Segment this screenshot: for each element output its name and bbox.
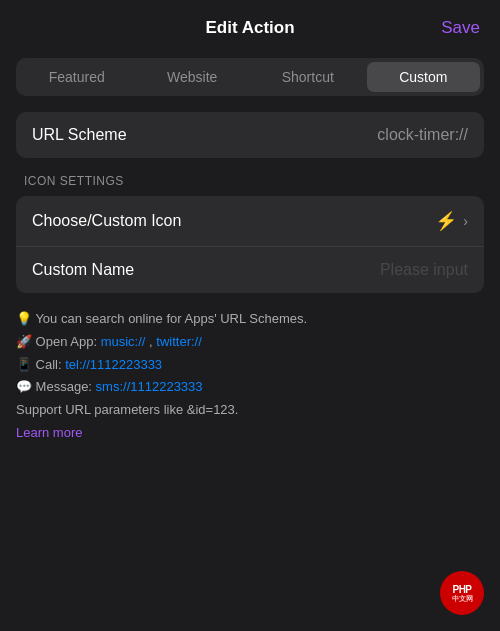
tab-bar: Featured Website Shortcut Custom <box>16 58 484 96</box>
url-scheme-label: URL Scheme <box>32 126 127 144</box>
info-line-1: 💡 You can search online for Apps' URL Sc… <box>16 309 484 330</box>
info-sep: , <box>145 334 156 349</box>
tab-featured[interactable]: Featured <box>20 62 134 92</box>
info-music-link[interactable]: music:// <box>101 334 146 349</box>
custom-name-placeholder: Please input <box>380 261 468 279</box>
save-button[interactable]: Save <box>441 18 480 38</box>
url-scheme-value: clock-timer:// <box>377 126 468 144</box>
php-badge-main: PHP <box>452 584 473 595</box>
choose-icon-row[interactable]: Choose/Custom Icon ⚡ › <box>16 196 484 247</box>
chevron-right-icon: › <box>463 213 468 229</box>
choose-icon-label: Choose/Custom Icon <box>32 212 181 230</box>
php-badge-sub: 中文网 <box>452 595 473 603</box>
icon-settings-card: Choose/Custom Icon ⚡ › Custom Name Pleas… <box>16 196 484 293</box>
info-twitter-link[interactable]: twitter:// <box>156 334 202 349</box>
info-section: 💡 You can search online for Apps' URL Sc… <box>16 309 484 444</box>
info-learn-more-container: Learn more <box>16 423 484 444</box>
page-title: Edit Action <box>205 18 294 38</box>
custom-name-row[interactable]: Custom Name Please input <box>16 247 484 293</box>
learn-more-link[interactable]: Learn more <box>16 425 82 440</box>
icon-settings-section-label: ICON SETTINGS <box>24 174 484 188</box>
info-tel-link[interactable]: tel://1112223333 <box>65 357 162 372</box>
header: Edit Action Save <box>0 0 500 50</box>
tab-shortcut[interactable]: Shortcut <box>251 62 365 92</box>
info-line-3: 📱 Call: tel://1112223333 <box>16 355 484 376</box>
info-line-2: 🚀 Open App: music:// , twitter:// <box>16 332 484 353</box>
info-line-4: 💬 Message: sms://1112223333 <box>16 377 484 398</box>
tab-website[interactable]: Website <box>136 62 250 92</box>
info-sms-link[interactable]: sms://1112223333 <box>96 379 203 394</box>
icon-row-right: ⚡ › <box>435 210 468 232</box>
info-message-prefix: 💬 Message: <box>16 379 96 394</box>
bolt-icon: ⚡ <box>435 210 457 232</box>
custom-name-label: Custom Name <box>32 261 134 279</box>
info-open-app-prefix: 🚀 Open App: <box>16 334 101 349</box>
url-scheme-row[interactable]: URL Scheme clock-timer:// <box>16 112 484 158</box>
tab-custom[interactable]: Custom <box>367 62 481 92</box>
info-line-5: Support URL parameters like &id=123. <box>16 400 484 421</box>
info-call-prefix: 📱 Call: <box>16 357 65 372</box>
php-badge: PHP 中文网 <box>440 571 484 615</box>
